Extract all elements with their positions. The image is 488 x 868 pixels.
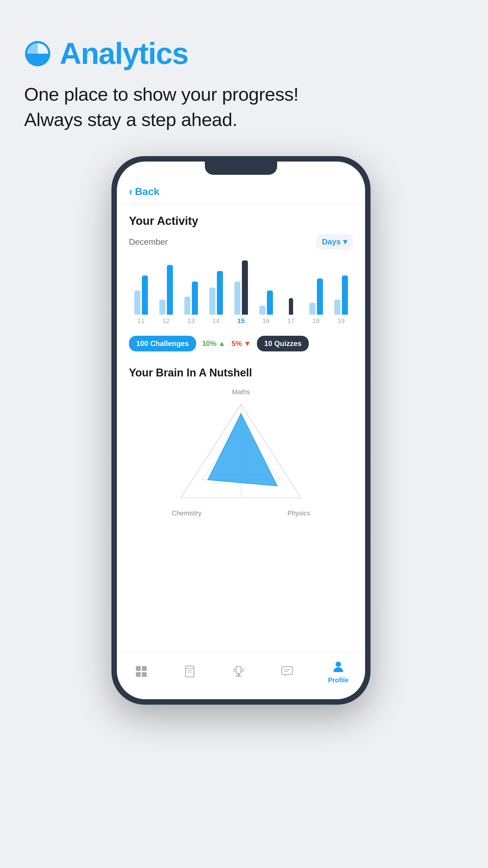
bar-18-light: [310, 303, 315, 315]
title-row: Analytics: [24, 36, 188, 71]
bar-11-dark: [142, 276, 148, 315]
bar-12-light: [159, 300, 165, 315]
stat-badges: 100 Challenges 10% ▲ 5% ▼ 10 Quizzes: [117, 330, 365, 358]
phone-container: ‹ Back Your Activity December Days ▾: [24, 156, 458, 705]
profile-icon: [330, 659, 346, 675]
bar-group-13: 13: [182, 257, 200, 325]
book-icon: [182, 664, 198, 679]
nav-item-chat[interactable]: [279, 664, 295, 679]
bar-group-18: 18: [307, 257, 325, 325]
radar-labels-bottom: Chemistry Physics: [172, 509, 310, 517]
analytics-icon: [24, 40, 51, 67]
bar-13-light: [184, 297, 190, 315]
bar-14-dark: [217, 271, 223, 315]
bar-label-16: 16: [262, 317, 270, 325]
svg-rect-7: [136, 666, 141, 671]
radar-label-physics: Physics: [287, 509, 310, 517]
profile-nav-label: Profile: [328, 676, 349, 684]
brain-section: Your Brain In A Nutshell Maths: [117, 358, 365, 652]
nav-item-trophy[interactable]: [231, 664, 247, 679]
back-button[interactable]: ‹ Back: [117, 180, 365, 204]
header-section: Analytics One place to show your progres…: [24, 36, 298, 132]
bar-11-light: [134, 290, 140, 315]
svg-rect-15: [238, 673, 239, 676]
bar-group-11: 11: [132, 257, 150, 325]
bar-group-15: 15: [232, 257, 250, 325]
bar-16-light: [259, 306, 265, 315]
bar-label-11: 11: [137, 317, 144, 325]
phone-screen: ‹ Back Your Activity December Days ▾: [117, 161, 365, 699]
dropdown-chevron-icon: ▾: [343, 237, 347, 247]
radar-svg: [172, 398, 310, 507]
bar-group-14: 14: [207, 257, 225, 325]
nav-item-grid[interactable]: [133, 664, 149, 679]
bar-group-12: 12: [157, 257, 175, 325]
arrow-down-icon: ▼: [244, 339, 251, 348]
bar-18-dark: [317, 278, 323, 315]
back-label: Back: [135, 186, 159, 197]
nav-item-book[interactable]: [182, 664, 198, 679]
bar-label-19: 19: [337, 317, 345, 325]
svg-rect-17: [282, 667, 293, 675]
bottom-nav: Profile: [117, 652, 365, 699]
days-label: Days: [322, 237, 341, 247]
bar-label-17: 17: [287, 317, 295, 325]
bar-19-light: [334, 300, 340, 315]
bar-group-19: 19: [332, 257, 350, 325]
bar-19-dark: [342, 276, 348, 315]
activity-title: Your Activity: [129, 215, 353, 227]
trend-down-badge: 5% ▼: [232, 339, 251, 348]
svg-marker-6: [208, 413, 277, 486]
bar-label-13: 13: [187, 317, 195, 325]
month-label: December: [129, 237, 168, 247]
phone-notch: [205, 161, 277, 175]
challenges-badge: 100 Challenges: [129, 336, 196, 351]
svg-point-20: [335, 661, 341, 667]
bar-13-dark: [192, 281, 198, 315]
bar-label-18: 18: [313, 317, 320, 325]
subtitle: One place to show your progress! Always …: [24, 82, 298, 132]
grid-icon: [133, 664, 149, 679]
month-row: December Days ▾: [129, 234, 353, 250]
bar-12-dark: [167, 265, 173, 315]
bar-14-light: [209, 287, 216, 315]
radar-chart: Maths: [129, 388, 353, 517]
bar-chart: 11 12: [129, 258, 353, 325]
days-dropdown[interactable]: Days ▾: [316, 234, 353, 250]
radar-label-chemistry: Chemistry: [172, 509, 201, 517]
bar-16-dark: [267, 290, 273, 315]
arrow-up-icon: ▲: [218, 339, 226, 348]
bar-group-17: 17: [282, 257, 300, 325]
radar-label-maths: Maths: [232, 388, 250, 396]
screen-content: ‹ Back Your Activity December Days ▾: [117, 161, 365, 652]
svg-rect-16: [235, 676, 241, 677]
back-chevron-icon: ‹: [129, 186, 133, 197]
quizzes-badge: 10 Quizzes: [257, 336, 309, 351]
bar-15-dark: [242, 260, 248, 315]
brain-title: Your Brain In A Nutshell: [129, 367, 353, 379]
bar-label-14: 14: [213, 317, 220, 325]
bar-17-dark: [289, 298, 293, 315]
bar-group-16: 16: [257, 257, 275, 325]
svg-rect-11: [186, 666, 194, 677]
page-title: Analytics: [60, 36, 188, 71]
chat-icon: [279, 664, 295, 679]
svg-rect-10: [142, 672, 147, 677]
trophy-icon: [231, 664, 247, 679]
svg-rect-9: [136, 672, 141, 677]
activity-section: Your Activity December Days ▾: [117, 204, 365, 330]
trend-up-badge: 10% ▲: [202, 339, 226, 348]
phone-mockup: ‹ Back Your Activity December Days ▾: [111, 156, 370, 705]
bar-label-15: 15: [237, 317, 245, 325]
bar-15-light: [234, 281, 240, 315]
nav-item-profile[interactable]: Profile: [328, 659, 349, 684]
svg-rect-8: [142, 666, 147, 671]
bar-label-12: 12: [162, 317, 170, 325]
